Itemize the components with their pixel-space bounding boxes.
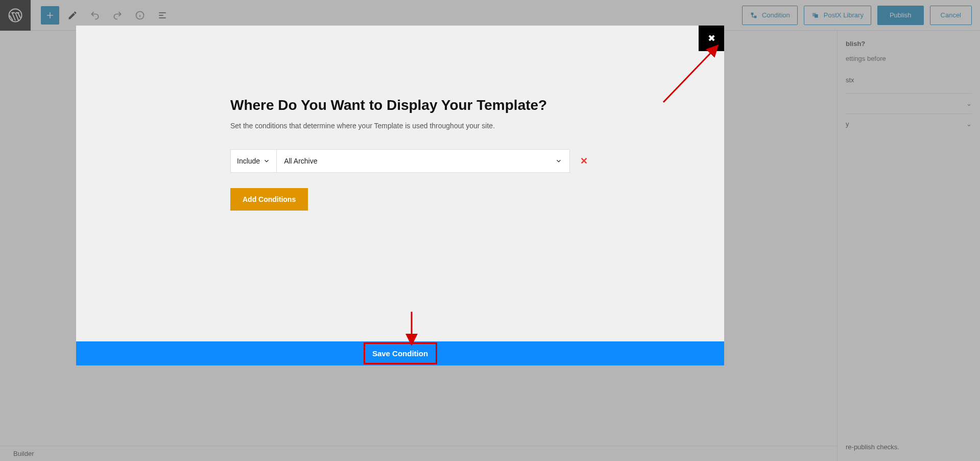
chevron-down-icon [263, 157, 270, 165]
condition-modal: ✖ Where Do You Want to Display Your Temp… [76, 26, 724, 365]
include-label: Include [237, 157, 260, 165]
modal-close-button[interactable]: ✖ [699, 26, 724, 51]
x-icon: ✕ [580, 156, 588, 166]
close-icon: ✖ [708, 33, 715, 44]
modal-body: Where Do You Want to Display Your Templa… [76, 26, 724, 341]
add-conditions-button[interactable]: Add Conditions [230, 188, 308, 211]
condition-row: Include All Archive ✕ [230, 149, 588, 173]
modal-subtitle: Set the conditions that determine where … [230, 122, 588, 130]
modal-title: Where Do You Want to Display Your Templa… [230, 97, 588, 113]
remove-condition-button[interactable]: ✕ [580, 155, 588, 167]
include-exclude-select[interactable]: Include [230, 149, 276, 173]
condition-target-select[interactable]: All Archive [276, 149, 570, 173]
modal-footer: Save Condition [76, 341, 724, 365]
target-label: All Archive [284, 157, 317, 165]
chevron-down-icon [555, 157, 562, 165]
save-condition-button[interactable]: Save Condition [372, 349, 428, 358]
